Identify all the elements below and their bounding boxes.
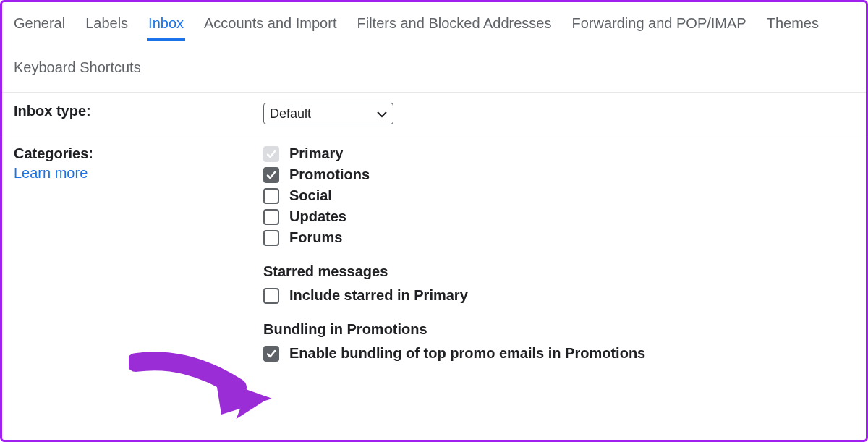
checkbox-social[interactable] <box>263 188 279 204</box>
category-social[interactable]: Social <box>263 187 854 204</box>
settings-tabs: General Labels Inbox Accounts and Import… <box>2 2 866 93</box>
tab-inbox[interactable]: Inbox <box>148 15 184 39</box>
tab-general[interactable]: General <box>14 15 65 39</box>
category-forums[interactable]: Forums <box>263 229 854 246</box>
category-promotions-label: Promotions <box>289 166 370 183</box>
inbox-type-label: Inbox type: <box>14 103 263 119</box>
categories-list: Primary Promotions Social Updates <box>263 145 854 362</box>
row-inbox-type: Inbox type: Default <box>2 93 866 135</box>
tab-themes[interactable]: Themes <box>767 15 819 39</box>
checkbox-forums[interactable] <box>263 230 279 246</box>
bundling-enable-label: Enable bundling of top promo emails in P… <box>289 345 645 362</box>
bundling-enable[interactable]: Enable bundling of top promo emails in P… <box>263 345 854 362</box>
checkbox-promotions[interactable] <box>263 167 279 183</box>
learn-more-link[interactable]: Learn more <box>14 165 263 182</box>
starred-title: Starred messages <box>263 263 854 280</box>
tab-forwarding[interactable]: Forwarding and POP/IMAP <box>572 15 746 39</box>
inbox-type-value: Default <box>270 106 311 122</box>
starred-include-label: Include starred in Primary <box>289 287 468 304</box>
category-updates-label: Updates <box>289 208 346 225</box>
bundling-title: Bundling in Promotions <box>263 321 854 338</box>
row-categories: Categories: Learn more Primary Promotion… <box>2 135 866 376</box>
tab-accounts[interactable]: Accounts and Import <box>204 15 336 39</box>
starred-include[interactable]: Include starred in Primary <box>263 287 854 304</box>
inbox-type-select[interactable]: Default <box>263 103 393 124</box>
category-promotions[interactable]: Promotions <box>263 166 854 183</box>
category-updates[interactable]: Updates <box>263 208 854 225</box>
checkbox-enable-bundling[interactable] <box>263 346 279 362</box>
category-primary: Primary <box>263 145 854 162</box>
checkbox-updates[interactable] <box>263 209 279 225</box>
checkbox-include-starred[interactable] <box>263 288 279 304</box>
category-primary-label: Primary <box>289 145 344 162</box>
chevron-down-icon <box>377 106 387 122</box>
category-forums-label: Forums <box>289 229 342 246</box>
tab-keyboard[interactable]: Keyboard Shortcuts <box>14 59 141 83</box>
tab-filters[interactable]: Filters and Blocked Addresses <box>357 15 551 39</box>
category-social-label: Social <box>289 187 332 204</box>
tab-labels[interactable]: Labels <box>85 15 128 39</box>
checkbox-primary <box>263 146 279 162</box>
categories-label: Categories: <box>14 145 263 162</box>
